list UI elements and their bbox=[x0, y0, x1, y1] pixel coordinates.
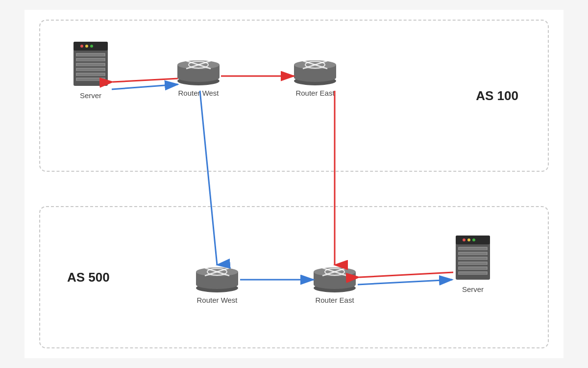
canvas: AS 100 AS 500 bbox=[24, 10, 564, 358]
svg-rect-6 bbox=[76, 58, 105, 61]
svg-rect-7 bbox=[76, 63, 105, 66]
router-west-bot-label: Router West bbox=[196, 296, 237, 304]
server-bot-icon bbox=[453, 233, 492, 282]
server-bot-label: Server bbox=[462, 285, 484, 293]
svg-rect-9 bbox=[76, 73, 105, 76]
svg-point-4 bbox=[90, 45, 93, 48]
router-west-bot-icon bbox=[195, 266, 239, 293]
svg-rect-10 bbox=[76, 78, 105, 81]
svg-rect-5 bbox=[76, 53, 105, 56]
svg-point-2 bbox=[80, 45, 83, 48]
svg-rect-59 bbox=[458, 262, 488, 265]
svg-point-3 bbox=[85, 45, 88, 48]
svg-rect-58 bbox=[458, 257, 488, 260]
router-east-bot-label: Router East bbox=[315, 296, 354, 304]
svg-point-55 bbox=[472, 238, 475, 241]
as100-label: AS 100 bbox=[476, 88, 518, 104]
router-east-top-node: Router East bbox=[293, 59, 337, 97]
router-east-top-icon bbox=[293, 59, 337, 86]
router-east-bot-icon bbox=[313, 266, 357, 293]
router-west-top-label: Router West bbox=[178, 89, 219, 97]
router-east-top-label: Router East bbox=[295, 89, 334, 97]
server-top-icon bbox=[71, 39, 110, 88]
svg-rect-61 bbox=[458, 271, 488, 275]
svg-rect-56 bbox=[458, 247, 488, 250]
server-bot-node: Server bbox=[453, 233, 492, 293]
svg-point-53 bbox=[463, 238, 466, 241]
as500-label: AS 500 bbox=[67, 270, 110, 285]
svg-point-54 bbox=[467, 238, 470, 241]
router-east-bot-node: Router East bbox=[313, 266, 357, 304]
router-west-bot-node: Router West bbox=[195, 266, 239, 304]
router-west-top-node: Router West bbox=[176, 59, 220, 97]
svg-rect-57 bbox=[458, 252, 488, 255]
router-west-top-icon bbox=[176, 59, 220, 86]
svg-rect-8 bbox=[76, 68, 105, 71]
server-top-node: Server bbox=[71, 39, 110, 100]
server-top-label: Server bbox=[80, 91, 101, 100]
svg-rect-60 bbox=[458, 266, 488, 270]
